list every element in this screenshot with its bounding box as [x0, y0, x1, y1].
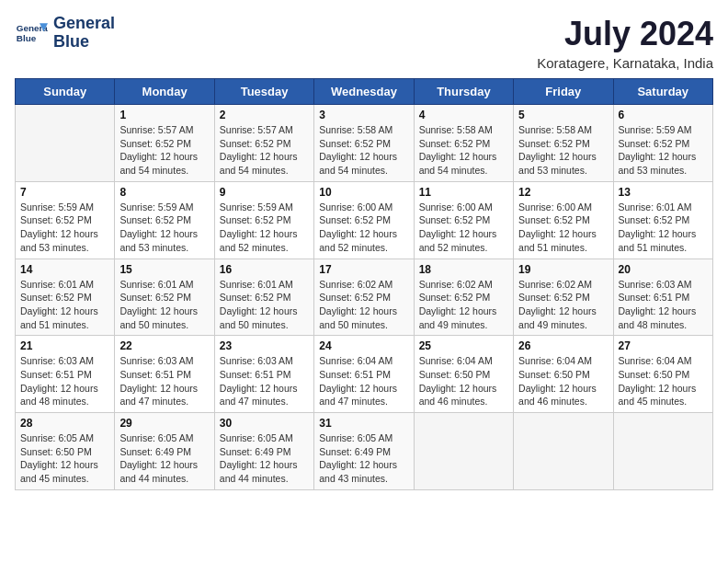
calendar-week-3: 14Sunrise: 6:01 AMSunset: 6:52 PMDayligh…: [16, 259, 713, 336]
day-info: Sunrise: 6:01 AMSunset: 6:52 PMDaylight:…: [220, 278, 309, 332]
day-info: Sunrise: 5:57 AMSunset: 6:52 PMDaylight:…: [119, 123, 209, 178]
day-number: 15: [119, 263, 209, 276]
calendar-cell: 1Sunrise: 5:57 AMSunset: 6:52 PMDaylight…: [115, 105, 214, 182]
calendar-table: SundayMondayTuesdayWednesdayThursdayFrid…: [15, 78, 713, 490]
day-info: Sunrise: 6:04 AMSunset: 6:51 PMDaylight:…: [319, 354, 408, 408]
day-number: 26: [518, 339, 608, 352]
day-number: 24: [319, 339, 408, 352]
weekday-header-tuesday: Tuesday: [214, 79, 313, 105]
calendar-cell: 19Sunrise: 6:02 AMSunset: 6:52 PMDayligh…: [514, 259, 613, 336]
day-info: Sunrise: 5:58 AMSunset: 6:52 PMDaylight:…: [518, 123, 608, 178]
calendar-cell: 15Sunrise: 6:01 AMSunset: 6:52 PMDayligh…: [115, 259, 214, 336]
day-number: 31: [319, 417, 408, 430]
day-info: Sunrise: 6:02 AMSunset: 6:52 PMDaylight:…: [319, 278, 408, 332]
calendar-cell: 5Sunrise: 5:58 AMSunset: 6:52 PMDaylight…: [514, 105, 613, 182]
calendar-week-1: 1Sunrise: 5:57 AMSunset: 6:52 PMDaylight…: [16, 105, 713, 182]
day-number: 4: [419, 109, 508, 121]
calendar-cell: 17Sunrise: 6:02 AMSunset: 6:52 PMDayligh…: [314, 259, 414, 336]
day-info: Sunrise: 6:04 AMSunset: 6:50 PMDaylight:…: [419, 354, 508, 408]
day-info: Sunrise: 6:04 AMSunset: 6:50 PMDaylight:…: [518, 354, 608, 408]
day-number: 12: [518, 186, 608, 199]
calendar-week-2: 7Sunrise: 5:59 AMSunset: 6:52 PMDaylight…: [16, 181, 713, 259]
day-number: 20: [619, 263, 708, 276]
day-number: 9: [220, 186, 309, 199]
calendar-cell: 16Sunrise: 6:01 AMSunset: 6:52 PMDayligh…: [214, 259, 313, 336]
day-info: Sunrise: 5:59 AMSunset: 6:52 PMDaylight:…: [220, 201, 309, 255]
day-info: Sunrise: 6:05 AMSunset: 6:50 PMDaylight:…: [20, 431, 109, 486]
calendar-week-5: 28Sunrise: 6:05 AMSunset: 6:50 PMDayligh…: [16, 413, 713, 490]
day-number: 17: [319, 263, 408, 276]
day-number: 13: [619, 186, 708, 199]
day-info: Sunrise: 6:01 AMSunset: 6:52 PMDaylight:…: [20, 278, 109, 332]
calendar-cell: 31Sunrise: 6:05 AMSunset: 6:49 PMDayligh…: [314, 413, 414, 490]
logo-icon: General Blue: [15, 17, 48, 50]
main-title: July 2024: [537, 15, 713, 53]
weekday-header-row: SundayMondayTuesdayWednesdayThursdayFrid…: [16, 79, 713, 105]
calendar-cell: 24Sunrise: 6:04 AMSunset: 6:51 PMDayligh…: [314, 336, 414, 413]
location-subtitle: Koratagere, Karnataka, India: [537, 55, 713, 71]
day-info: Sunrise: 6:05 AMSunset: 6:49 PMDaylight:…: [119, 431, 209, 486]
logo-text: General Blue: [53, 15, 115, 52]
calendar-cell: 25Sunrise: 6:04 AMSunset: 6:50 PMDayligh…: [414, 336, 513, 413]
day-number: 16: [220, 263, 309, 276]
day-number: 8: [119, 186, 209, 199]
calendar-cell: [16, 105, 115, 182]
calendar-cell: 21Sunrise: 6:03 AMSunset: 6:51 PMDayligh…: [16, 336, 115, 413]
calendar-cell: 11Sunrise: 6:00 AMSunset: 6:52 PMDayligh…: [414, 181, 513, 259]
weekday-header-friday: Friday: [514, 79, 613, 105]
day-info: Sunrise: 6:02 AMSunset: 6:52 PMDaylight:…: [518, 278, 608, 332]
calendar-cell: 29Sunrise: 6:05 AMSunset: 6:49 PMDayligh…: [115, 413, 214, 490]
calendar-cell: 18Sunrise: 6:02 AMSunset: 6:52 PMDayligh…: [414, 259, 513, 336]
day-number: 10: [319, 186, 408, 199]
title-block: July 2024 Koratagere, Karnataka, India: [537, 15, 713, 71]
day-info: Sunrise: 5:59 AMSunset: 6:52 PMDaylight:…: [119, 201, 209, 255]
weekday-header-sunday: Sunday: [16, 79, 115, 105]
day-number: 14: [20, 263, 109, 276]
day-info: Sunrise: 6:04 AMSunset: 6:50 PMDaylight:…: [619, 354, 708, 408]
weekday-header-saturday: Saturday: [613, 79, 712, 105]
day-info: Sunrise: 6:03 AMSunset: 6:51 PMDaylight:…: [220, 354, 309, 408]
day-number: 19: [518, 263, 608, 276]
calendar-cell: 8Sunrise: 5:59 AMSunset: 6:52 PMDaylight…: [115, 181, 214, 259]
weekday-header-thursday: Thursday: [414, 79, 513, 105]
day-number: 7: [20, 186, 109, 199]
calendar-cell: 2Sunrise: 5:57 AMSunset: 6:52 PMDaylight…: [214, 105, 313, 182]
day-number: 22: [119, 339, 209, 352]
calendar-cell: 3Sunrise: 5:58 AMSunset: 6:52 PMDaylight…: [314, 105, 414, 182]
calendar-cell: 20Sunrise: 6:03 AMSunset: 6:51 PMDayligh…: [613, 259, 712, 336]
day-info: Sunrise: 6:01 AMSunset: 6:52 PMDaylight:…: [619, 201, 708, 255]
calendar-week-4: 21Sunrise: 6:03 AMSunset: 6:51 PMDayligh…: [16, 336, 713, 413]
calendar-cell: 6Sunrise: 5:59 AMSunset: 6:52 PMDaylight…: [613, 105, 712, 182]
calendar-cell: 28Sunrise: 6:05 AMSunset: 6:50 PMDayligh…: [16, 413, 115, 490]
logo-line2: Blue: [53, 33, 115, 52]
day-number: 30: [220, 417, 309, 430]
day-number: 29: [119, 417, 209, 430]
day-info: Sunrise: 6:03 AMSunset: 6:51 PMDaylight:…: [619, 278, 708, 332]
day-info: Sunrise: 6:05 AMSunset: 6:49 PMDaylight:…: [220, 431, 309, 486]
day-info: Sunrise: 6:01 AMSunset: 6:52 PMDaylight:…: [119, 278, 209, 332]
weekday-header-wednesday: Wednesday: [314, 79, 414, 105]
calendar-cell: 26Sunrise: 6:04 AMSunset: 6:50 PMDayligh…: [514, 336, 613, 413]
calendar-cell: 10Sunrise: 6:00 AMSunset: 6:52 PMDayligh…: [314, 181, 414, 259]
day-info: Sunrise: 5:59 AMSunset: 6:52 PMDaylight:…: [619, 123, 708, 178]
logo: General Blue General Blue: [15, 15, 115, 52]
svg-text:Blue: Blue: [17, 33, 37, 43]
logo-line1: General: [53, 15, 115, 33]
calendar-cell: 30Sunrise: 6:05 AMSunset: 6:49 PMDayligh…: [214, 413, 313, 490]
calendar-cell: [414, 413, 513, 490]
day-info: Sunrise: 5:58 AMSunset: 6:52 PMDaylight:…: [319, 123, 408, 178]
calendar-cell: 14Sunrise: 6:01 AMSunset: 6:52 PMDayligh…: [16, 259, 115, 336]
calendar-cell: 23Sunrise: 6:03 AMSunset: 6:51 PMDayligh…: [214, 336, 313, 413]
day-number: 2: [220, 109, 309, 121]
day-info: Sunrise: 5:57 AMSunset: 6:52 PMDaylight:…: [220, 123, 309, 178]
calendar-cell: 27Sunrise: 6:04 AMSunset: 6:50 PMDayligh…: [613, 336, 712, 413]
day-number: 28: [20, 417, 109, 430]
calendar-cell: [613, 413, 712, 490]
calendar-cell: 12Sunrise: 6:00 AMSunset: 6:52 PMDayligh…: [514, 181, 613, 259]
day-info: Sunrise: 6:02 AMSunset: 6:52 PMDaylight:…: [419, 278, 508, 332]
calendar-header: SundayMondayTuesdayWednesdayThursdayFrid…: [16, 79, 713, 105]
weekday-header-monday: Monday: [115, 79, 214, 105]
calendar-cell: [514, 413, 613, 490]
day-info: Sunrise: 6:05 AMSunset: 6:49 PMDaylight:…: [319, 431, 408, 486]
day-number: 25: [419, 339, 508, 352]
